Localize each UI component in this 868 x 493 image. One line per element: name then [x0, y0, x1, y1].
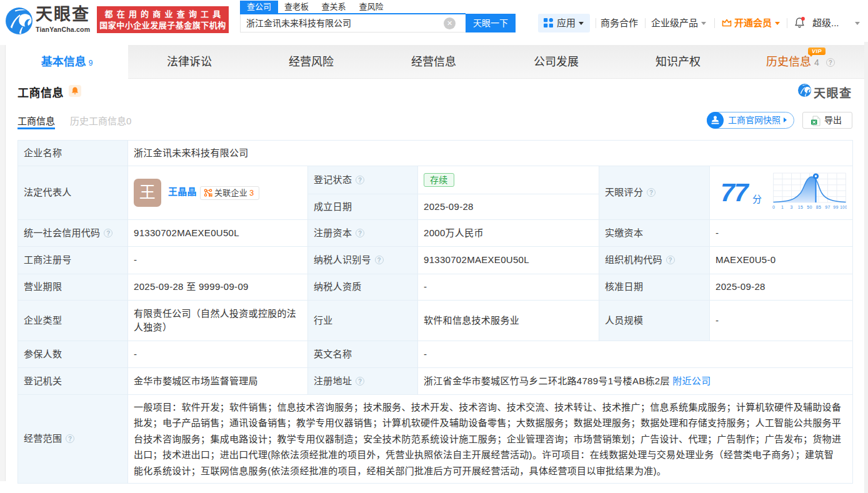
svg-text:99: 99: [833, 205, 838, 209]
svg-text:50: 50: [807, 205, 812, 209]
svg-text:100: 100: [840, 205, 847, 209]
svg-text:15: 15: [798, 205, 803, 209]
svg-text:0: 0: [772, 205, 775, 209]
svg-text:1: 1: [781, 205, 784, 209]
svg-text:3: 3: [790, 205, 792, 209]
svg-text:97: 97: [825, 205, 830, 209]
svg-text:企: 企: [209, 193, 212, 197]
svg-text:85: 85: [816, 205, 821, 209]
